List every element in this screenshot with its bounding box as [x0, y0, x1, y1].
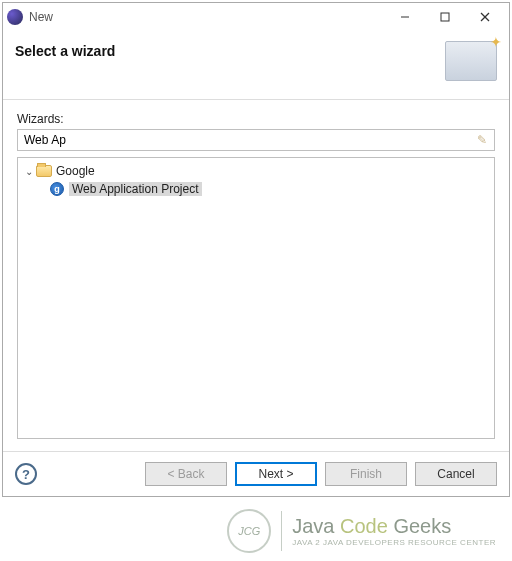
button-bar: ? < Back Next > Finish Cancel	[3, 451, 509, 496]
minimize-button[interactable]	[385, 5, 425, 29]
wizard-banner-icon	[445, 41, 497, 81]
watermark-brand-code: Code	[340, 515, 388, 537]
finish-button[interactable]: Finish	[325, 462, 407, 486]
watermark-text: Java Code Geeks JAVA 2 JAVA DEVELOPERS R…	[292, 515, 496, 547]
banner-title: Select a wizard	[15, 41, 445, 59]
help-icon[interactable]: ?	[15, 463, 37, 485]
google-project-icon: g	[50, 182, 64, 196]
window-title: New	[29, 10, 53, 24]
wizard-tree[interactable]: ⌄ Google g Web Application Project	[17, 157, 495, 439]
maximize-button[interactable]	[425, 5, 465, 29]
tree-node-label: Google	[56, 164, 95, 178]
watermark-badge: JCG	[227, 509, 271, 553]
expand-collapse-icon[interactable]: ⌄	[22, 164, 36, 178]
clear-filter-icon[interactable]: ✎	[477, 133, 491, 147]
filter-wrap: ✎	[17, 129, 495, 151]
watermark-tagline: JAVA 2 JAVA DEVELOPERS RESOURCE CENTER	[292, 538, 496, 547]
watermark: JCG Java Code Geeks JAVA 2 JAVA DEVELOPE…	[227, 509, 496, 553]
wizard-filter-input[interactable]	[17, 129, 495, 151]
eclipse-app-icon	[7, 9, 23, 25]
folder-icon	[36, 165, 52, 177]
watermark-brand-geeks: Geeks	[393, 515, 451, 537]
svg-rect-1	[441, 13, 449, 21]
tree-node-web-application-project[interactable]: g Web Application Project	[20, 180, 492, 198]
watermark-brand-java: Java	[292, 515, 334, 537]
next-button[interactable]: Next >	[235, 462, 317, 486]
watermark-divider	[281, 511, 282, 551]
titlebar: New	[3, 3, 509, 31]
tree-node-google[interactable]: ⌄ Google	[20, 162, 492, 180]
content-area: Wizards: ✎ ⌄ Google g Web Application Pr…	[3, 100, 509, 451]
wizards-label: Wizards:	[17, 112, 495, 126]
banner: Select a wizard	[3, 31, 509, 99]
dialog-window: New Select a wizard Wizards: ✎ ⌄ Google	[2, 2, 510, 497]
cancel-button[interactable]: Cancel	[415, 462, 497, 486]
back-button[interactable]: < Back	[145, 462, 227, 486]
close-button[interactable]	[465, 5, 505, 29]
tree-node-label: Web Application Project	[69, 182, 202, 196]
watermark-brand: Java Code Geeks	[292, 515, 496, 538]
